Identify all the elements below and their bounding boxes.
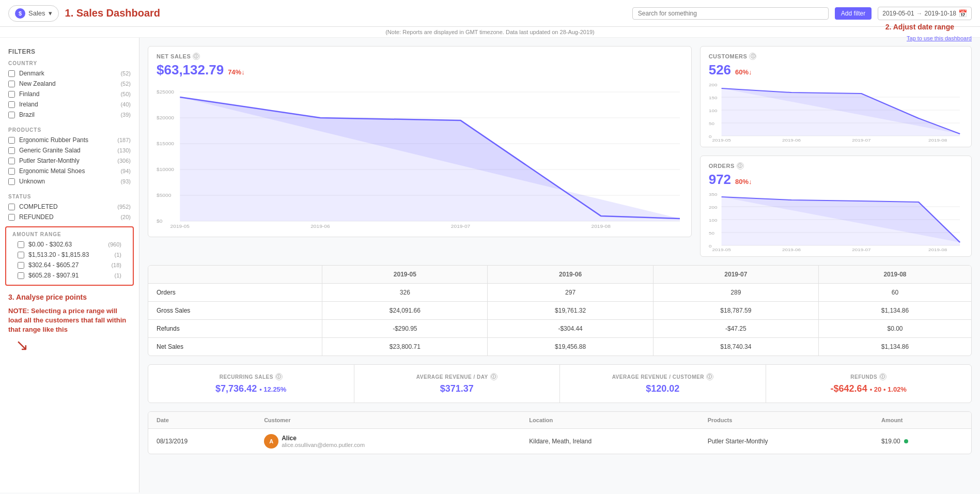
- refunds-jun: -$304.44: [488, 320, 653, 338]
- filter-count-finland: (50): [120, 91, 131, 97]
- add-filter-button[interactable]: Add filter: [835, 7, 872, 20]
- table-row-gross-sales: Gross Sales $24,091.66 $19,761.32 $18,78…: [148, 302, 971, 320]
- gross-may: $24,091.66: [322, 302, 488, 320]
- annotation-arrow-icon: ↘: [0, 336, 139, 354]
- search-input[interactable]: [638, 10, 823, 17]
- amount-range-title: AMOUNT RANGE: [9, 231, 130, 239]
- orders-value: 972: [709, 172, 731, 188]
- filter-checkbox-range-1[interactable]: [18, 241, 24, 248]
- row-label-refunds: Refunds: [148, 320, 322, 338]
- orders-info-icon[interactable]: ⓘ: [737, 162, 744, 169]
- customers-change: 60%↓: [735, 68, 752, 76]
- filter-label-range-3: $302.64 - $605.27: [28, 261, 107, 269]
- tx-customer-name: Alice: [282, 435, 365, 442]
- filter-item-finland: Finland (50): [0, 89, 139, 99]
- filter-checkbox-finland[interactable]: [8, 91, 15, 98]
- filter-checkbox-new-zealand[interactable]: [8, 81, 15, 87]
- customers-chart: 0 50 100 150 200 2019-05: [709, 82, 963, 141]
- filter-item-denmark: Denmark (52): [0, 68, 139, 79]
- col-header-jun: 2019-06: [488, 266, 653, 284]
- sales-dropdown[interactable]: $ Sales ▾: [8, 5, 59, 22]
- top-charts-section: NET SALES ⓘ $63,132.79 74%↓: [148, 46, 972, 257]
- net-jun: $19,456.88: [488, 338, 653, 356]
- stat-avg-revenue-day: AVERAGE REVENUE / DAY ⓘ $371.37: [354, 365, 561, 403]
- filter-checkbox-denmark[interactable]: [8, 70, 15, 77]
- gross-jun: $19,761.32: [488, 302, 653, 320]
- filter-checkbox-granite-salad[interactable]: [8, 147, 15, 154]
- svg-text:200: 200: [709, 83, 717, 87]
- tx-customer-cell: A Alice alice.osullivan@demo.putler.com: [264, 434, 512, 449]
- topbar: $ Sales ▾ 1. Sales Dashboard Add filter …: [0, 0, 980, 27]
- svg-text:0: 0: [709, 134, 711, 139]
- filter-label-putler-starter: Putler Starter-Monthly: [19, 157, 113, 164]
- orders-jul: 289: [653, 284, 818, 302]
- stat-refunds: REFUNDS ⓘ -$642.64 • 20 • 1.02%: [766, 365, 972, 403]
- gross-aug: $1,134.86: [818, 302, 971, 320]
- filter-checkbox-ergo-rubber[interactable]: [8, 137, 15, 144]
- annotation-3-label: 3. Analyse price points: [0, 290, 139, 304]
- monthly-data-table: 2019-05 2019-06 2019-07 2019-08 Orders 3…: [148, 265, 972, 356]
- annotation-note: NOTE: Selecting a price range will load …: [0, 304, 139, 336]
- svg-text:0: 0: [709, 244, 711, 249]
- svg-text:2019-07: 2019-07: [451, 224, 470, 229]
- svg-text:$5000: $5000: [157, 193, 171, 198]
- filter-checkbox-ergo-metal[interactable]: [8, 168, 15, 175]
- tx-customer-email: alice.osullivan@demo.putler.com: [282, 442, 365, 448]
- calendar-icon[interactable]: 📅: [958, 9, 967, 18]
- filter-checkbox-refunded[interactable]: [8, 214, 15, 221]
- filter-checkbox-completed[interactable]: [8, 204, 15, 210]
- filter-count-brazil: (39): [120, 112, 131, 118]
- avg-day-info-icon[interactable]: ⓘ: [490, 373, 497, 380]
- filter-count-denmark: (52): [120, 70, 131, 76]
- customers-info-icon[interactable]: ⓘ: [749, 53, 756, 60]
- filter-label-ireland: Ireland: [19, 101, 116, 108]
- filter-label-brazil: Brazil: [19, 111, 116, 118]
- title-text: Sales Dashboard: [76, 7, 160, 19]
- svg-text:2019-07: 2019-07: [852, 138, 870, 143]
- note-bar: (Note: Reports are displayed in GMT time…: [0, 27, 980, 38]
- filter-checkbox-range-2[interactable]: [18, 252, 24, 258]
- filter-checkbox-putler-starter[interactable]: [8, 158, 15, 164]
- filter-item-range-1: $0.00 - $302.63 (960): [9, 239, 130, 250]
- chevron-down-icon: ▾: [49, 9, 52, 17]
- adjust-date-label: 2. Adjust date range: [885, 23, 954, 31]
- tx-col-products: Products: [699, 412, 873, 429]
- tx-col-customer: Customer: [256, 412, 521, 429]
- filter-item-ireland: Ireland (40): [0, 99, 139, 110]
- sidebar: FILTERS COUNTRY Denmark (52) New Zealand…: [0, 38, 139, 492]
- net-sales-info-icon[interactable]: ⓘ: [193, 53, 200, 60]
- filter-checkbox-range-3[interactable]: [18, 262, 24, 269]
- refunds-info-icon[interactable]: ⓘ: [879, 373, 886, 380]
- net-sales-chart: $0 $5000 $10000 $15000 $20000 $25000: [157, 84, 683, 230]
- refunds-stat-value: -$642.64 • 20 • 1.02%: [774, 383, 963, 394]
- filter-checkbox-ireland[interactable]: [8, 101, 15, 108]
- avg-revenue-day-value: $371.37: [363, 383, 552, 394]
- customers-label: CUSTOMERS ⓘ: [709, 53, 757, 60]
- recurring-info-icon[interactable]: ⓘ: [275, 373, 283, 380]
- status-filter-section: STATUS COMPLETED (952) REFUNDED (20): [0, 191, 139, 222]
- svg-text:2019-08: 2019-08: [928, 248, 947, 252]
- tap-link[interactable]: Tap to use this dashboard: [907, 35, 972, 41]
- svg-text:2019-07: 2019-07: [852, 248, 870, 252]
- svg-text:50: 50: [709, 231, 714, 236]
- filter-item-ergo-rubber: Ergonomic Rubber Pants (187): [0, 135, 139, 145]
- date-range[interactable]: 2019-05-01 → 2019-10-18 📅: [878, 7, 972, 20]
- svg-text:$10000: $10000: [157, 167, 174, 172]
- row-label-orders: Orders: [148, 284, 322, 302]
- table-row: 08/13/2019 A Alice alice.osullivan@demo.…: [148, 429, 971, 454]
- date-separator: →: [916, 10, 923, 17]
- filter-checkbox-unknown[interactable]: [8, 178, 15, 185]
- orders-label: ORDERS ⓘ: [709, 162, 752, 169]
- net-sales-label: NET SALES ⓘ: [157, 53, 245, 60]
- filter-checkbox-brazil[interactable]: [8, 112, 15, 118]
- svg-text:2019-05: 2019-05: [170, 224, 190, 229]
- avg-revenue-customer-label: AVERAGE REVENUE / CUSTOMER ⓘ: [568, 373, 757, 380]
- tx-customer: A Alice alice.osullivan@demo.putler.com: [256, 429, 521, 454]
- filter-item-brazil: Brazil (39): [0, 110, 139, 120]
- avg-customer-info-icon[interactable]: ⓘ: [706, 373, 713, 380]
- filter-label-unknown: Unknown: [19, 178, 116, 185]
- tx-col-amount: Amount: [873, 412, 971, 429]
- filter-checkbox-range-4[interactable]: [18, 272, 24, 279]
- svg-text:2019-08: 2019-08: [592, 224, 611, 229]
- refunds-aug: $0.00: [818, 320, 971, 338]
